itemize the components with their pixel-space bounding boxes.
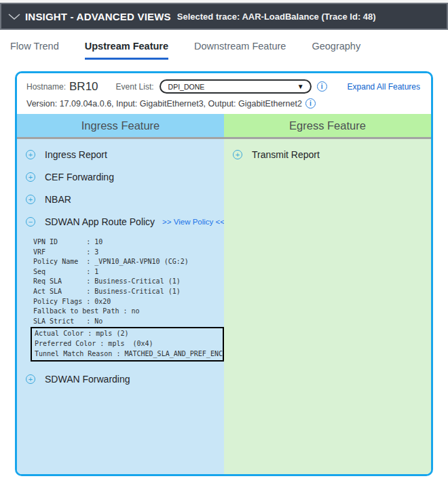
tab-geography[interactable]: Geography [312,41,360,60]
event-list-label: Event List: [116,82,154,92]
feature-item-sdwan-forwarding[interactable]: + SDWAN Forwarding [17,372,224,386]
policy-highlight-box: Actual Color : mpls (2) Preferred Color … [31,327,224,362]
feature-item-label: Transmit Report [252,149,320,160]
hostname-label: Hostname: [26,82,66,92]
event-list-selected-value: DPI_DONE [168,83,205,91]
feature-item-sdwan-app-route-policy[interactable]: − SDWAN App Route Policy >> View Policy … [17,215,224,229]
feature-item-transmit-report[interactable]: + Transmit Report [224,148,431,161]
expand-plus-icon[interactable]: + [26,150,35,159]
sdwan-policy-details-text: VPN ID : 10 VRF : 3 Policy Name : _VPN10… [33,237,224,326]
tab-flow-trend[interactable]: Flow Trend [10,41,59,60]
ingress-column-body: + Ingress Report + CEF Forwarding + NBAR… [17,139,224,474]
version-meta-text: Version: 17.09.04a.0.6, Input: GigabitEt… [26,99,302,109]
tab-bar: Flow Trend Upstream Feature Downstream F… [0,41,448,60]
feature-item-cef-forwarding[interactable]: + CEF Forwarding [17,170,224,184]
page-title: INSIGHT - ADVANCED VIEWS [25,11,171,22]
features-panel: Hostname: BR10 Event List: DPI_DONE ▼ i … [15,71,433,476]
feature-item-label: Ingress Report [45,149,107,160]
feature-item-label: SDWAN Forwarding [45,374,130,385]
expand-all-features-link[interactable]: Expand All Features [348,82,420,92]
feature-item-label: NBAR [45,194,71,205]
tab-downstream-feature[interactable]: Downstream Feature [194,41,286,60]
dropdown-caret-icon: ▼ [297,83,304,90]
feature-item-ingress-report[interactable]: + Ingress Report [17,148,224,161]
interfaces-info-icon[interactable]: i [305,98,316,109]
expand-plus-icon[interactable]: + [233,150,242,159]
panel-header: Hostname: BR10 Event List: DPI_DONE ▼ i … [17,73,431,114]
tab-upstream-feature[interactable]: Upstream Feature [85,41,168,60]
hostname-value: BR10 [69,80,98,94]
egress-column: Egress Feature + Transmit Report [224,114,431,474]
expand-plus-icon[interactable]: + [26,172,35,182]
egress-column-body: + Transmit Report [224,139,431,474]
event-list-select[interactable]: DPI_DONE ▼ [160,79,312,94]
view-policy-link[interactable]: >> View Policy << [162,218,224,226]
expand-plus-icon[interactable]: + [26,374,35,384]
egress-column-header: Egress Feature [224,114,431,139]
ingress-column-header: Ingress Feature [17,114,224,139]
ingress-column: Ingress Feature + Ingress Report + CEF F… [17,114,224,474]
selected-trace-subtitle: Selected trace: AAR-LoadBalance (Trace I… [177,12,376,22]
expand-plus-icon[interactable]: + [26,195,35,204]
insight-header-bar: INSIGHT - ADVANCED VIEWS Selected trace:… [0,3,448,30]
feature-item-label: SDWAN App Route Policy [45,216,155,227]
feature-item-nbar[interactable]: + NBAR [17,193,224,206]
feature-columns: Ingress Feature + Ingress Report + CEF F… [17,114,431,474]
feature-item-label: CEF Forwarding [45,172,114,182]
collapse-chevron-icon[interactable] [8,14,20,20]
event-list-info-icon[interactable]: i [317,81,327,92]
collapse-minus-icon[interactable]: − [26,217,35,227]
